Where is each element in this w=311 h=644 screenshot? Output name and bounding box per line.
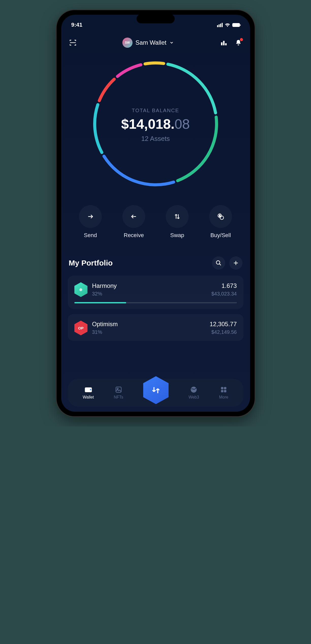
notifications-icon[interactable] — [234, 39, 242, 47]
scan-icon[interactable] — [69, 39, 77, 47]
action-label: Receive — [124, 232, 144, 239]
action-row: SendReceiveSwap$Buy/Sell — [61, 197, 250, 249]
balance-label: TOTAL BALANCE — [121, 108, 190, 113]
ring-segment — [95, 105, 102, 152]
progress-fill — [74, 302, 126, 303]
progress-track — [74, 302, 237, 303]
ring-segment — [168, 64, 216, 113]
svg-rect-14 — [116, 387, 121, 392]
svg-rect-20 — [224, 390, 226, 392]
arrow-right-icon — [79, 205, 102, 228]
asset-card[interactable]: OP Optimism 31% 12,305.77 $42,149.56 — [68, 314, 243, 341]
swap-fab[interactable] — [143, 376, 169, 404]
action-label: Buy/Sell — [210, 232, 231, 239]
svg-point-6 — [220, 216, 224, 220]
svg-rect-1 — [223, 41, 224, 45]
asset-name: Harmony — [92, 282, 207, 289]
asset-icon: OP — [74, 321, 88, 335]
tab-web3[interactable]: Web3 — [189, 386, 199, 400]
tab-label: Wallet — [83, 395, 94, 400]
tab-label: NFTs — [114, 395, 123, 400]
arrow-left-icon — [122, 205, 145, 228]
svg-rect-19 — [221, 390, 223, 392]
asset-icon: ⊕ — [74, 282, 88, 297]
asset-amount: 1.673 — [211, 282, 237, 289]
header: SW Sam Wallet — [61, 30, 250, 53]
wifi-icon — [225, 23, 230, 27]
send-button[interactable]: Send — [79, 205, 102, 239]
status-icons — [217, 23, 240, 27]
svg-point-16 — [191, 387, 197, 392]
assets-count: 12 Assets — [121, 135, 190, 143]
tab-nfts[interactable]: NFTs — [114, 386, 123, 400]
receive-button[interactable]: Receive — [122, 205, 145, 239]
tab-more[interactable]: More — [219, 386, 228, 400]
ring-segment — [99, 79, 114, 101]
portfolio-header: My Portfolio — [61, 249, 250, 276]
wallet-name: Sam Wallet — [136, 39, 167, 46]
chevron-down-icon — [169, 40, 174, 45]
screen: 9:41 SW Sam Wallet — [61, 15, 250, 412]
svg-rect-2 — [225, 43, 226, 45]
balance-amount: $14,018.08 — [121, 116, 190, 132]
action-label: Swap — [170, 232, 184, 239]
status-time: 9:41 — [71, 22, 83, 28]
asset-name: Optimism — [92, 321, 205, 328]
avatar: SW — [122, 38, 133, 48]
wallet-icon — [85, 386, 92, 393]
add-button[interactable] — [229, 256, 242, 270]
ring-segment — [145, 63, 163, 64]
coins-icon: $ — [209, 205, 232, 228]
asset-usd: $42,149.56 — [210, 329, 237, 335]
web3-icon — [190, 386, 198, 393]
nfts-icon — [115, 386, 122, 393]
signal-icon — [217, 23, 223, 27]
chart-icon[interactable] — [220, 39, 228, 47]
swap-icon — [151, 386, 160, 395]
swap-button[interactable]: Swap — [166, 205, 189, 239]
tab-bar: WalletNFTsWeb3More — [68, 379, 243, 407]
portfolio-title: My Portfolio — [69, 259, 113, 267]
asset-pct: 32% — [92, 291, 207, 297]
balance-ring: TOTAL BALANCE $14,018.08 12 Assets — [61, 53, 250, 197]
plus-icon — [233, 260, 239, 266]
asset-usd: $43,023.34 — [211, 291, 237, 297]
battery-icon — [232, 23, 240, 27]
tab-wallet[interactable]: Wallet — [83, 386, 94, 400]
svg-rect-17 — [221, 387, 223, 389]
svg-point-15 — [117, 388, 118, 389]
svg-point-8 — [216, 261, 220, 264]
svg-line-9 — [219, 264, 221, 265]
svg-text:$: $ — [219, 214, 221, 217]
tab-label: More — [219, 395, 228, 400]
swap-vertical-icon — [166, 205, 189, 228]
search-icon — [216, 260, 222, 266]
notch — [137, 14, 175, 23]
action-label: Send — [84, 232, 97, 239]
asset-pct: 31% — [92, 329, 205, 335]
ring-segment — [104, 156, 174, 185]
ring-segment — [117, 65, 141, 76]
svg-point-13 — [90, 389, 91, 390]
balance-center: TOTAL BALANCE $14,018.08 12 Assets — [121, 108, 190, 143]
more-icon — [220, 386, 227, 393]
phone-frame: 9:41 SW Sam Wallet — [57, 10, 255, 416]
buysell-button[interactable]: $Buy/Sell — [209, 205, 232, 239]
search-button[interactable] — [212, 256, 225, 270]
wallet-selector[interactable]: SW Sam Wallet — [122, 38, 174, 48]
asset-amount: 12,305.77 — [210, 321, 237, 328]
tab-label: Web3 — [189, 395, 199, 400]
svg-rect-18 — [224, 387, 226, 389]
asset-card[interactable]: ⊕ Harmony 32% 1.673 $43,023.34 — [68, 276, 243, 309]
svg-rect-0 — [221, 42, 222, 45]
